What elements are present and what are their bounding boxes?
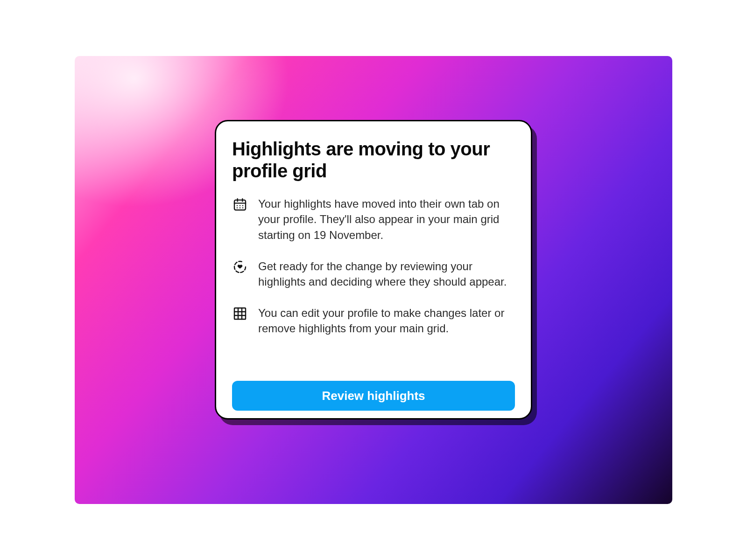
info-item-review: Get ready for the change by reviewing yo…: [232, 259, 515, 289]
info-text: Get ready for the change by reviewing yo…: [258, 259, 515, 289]
modal-title: Highlights are moving to your profile gr…: [232, 138, 515, 182]
info-text: Your highlights have moved into their ow…: [258, 196, 515, 242]
svg-point-1: [237, 205, 238, 206]
info-text: You can edit your profile to make change…: [258, 305, 515, 336]
svg-point-6: [242, 207, 243, 208]
svg-rect-0: [234, 200, 246, 210]
svg-point-4: [237, 207, 238, 208]
highlights-modal: Highlights are moving to your profile gr…: [215, 120, 532, 420]
info-item-schedule: Your highlights have moved into their ow…: [232, 196, 515, 242]
svg-point-3: [242, 205, 243, 206]
svg-point-2: [240, 205, 240, 206]
review-highlights-button[interactable]: Review highlights: [232, 381, 515, 411]
svg-rect-7: [234, 308, 246, 319]
svg-point-5: [240, 207, 240, 208]
heart-ring-icon: [232, 259, 248, 275]
grid-icon: [232, 306, 248, 322]
info-item-edit: You can edit your profile to make change…: [232, 305, 515, 336]
gradient-backdrop: Highlights are moving to your profile gr…: [75, 56, 672, 504]
calendar-icon: [232, 197, 248, 213]
info-list: Your highlights have moved into their ow…: [232, 196, 515, 336]
